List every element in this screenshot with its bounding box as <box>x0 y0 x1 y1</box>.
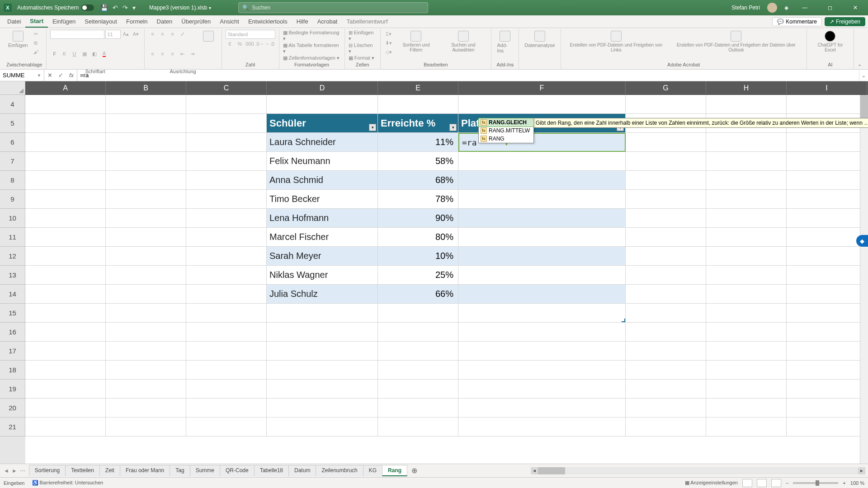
cell-A16[interactable] <box>25 323 106 342</box>
cell-H18[interactable] <box>706 361 787 380</box>
row-header[interactable]: 20 <box>0 399 25 418</box>
cell-H9[interactable] <box>706 190 787 209</box>
cell-B14[interactable] <box>106 285 186 304</box>
cell-F10[interactable] <box>458 209 626 228</box>
formula-autocomplete-popup[interactable]: fxRANG.GLEICHfxRANG.MITTELWfxRANG <box>478 118 534 143</box>
cell-E5[interactable]: Erreichte %▾ <box>378 114 458 133</box>
chatgpt-button[interactable]: ChatGPT for Excel <box>811 30 850 53</box>
sheet-tab-zeit[interactable]: Zeit <box>99 465 120 476</box>
cell-C6[interactable] <box>186 133 267 152</box>
ribbon-tab-ansicht[interactable]: Ansicht <box>215 15 244 28</box>
cell-A8[interactable] <box>25 171 106 190</box>
maximize-button[interactable]: ◻ <box>821 5 839 11</box>
cell-C16[interactable] <box>186 323 267 342</box>
cell-C20[interactable] <box>186 399 267 418</box>
cell-F17[interactable] <box>458 342 626 361</box>
sheet-tab-datum[interactable]: Datum <box>288 465 316 476</box>
cell-B6[interactable] <box>106 133 186 152</box>
cell-C10[interactable] <box>186 209 267 228</box>
ribbon-tab-einfügen[interactable]: Einfügen <box>48 15 80 28</box>
align-left-icon[interactable]: ≡ <box>148 50 157 58</box>
cell-B10[interactable] <box>106 209 186 228</box>
cell-C17[interactable] <box>186 342 267 361</box>
cell-G9[interactable] <box>626 190 706 209</box>
diamond-icon[interactable]: ◈ <box>784 5 788 11</box>
row-header[interactable]: 9 <box>0 190 25 209</box>
sheet-tab-zeilenumbruch[interactable]: Zeilenumbruch <box>316 465 363 476</box>
ribbon-tab-überprüfen[interactable]: Überprüfen <box>177 15 215 28</box>
horizontal-scrollbar[interactable]: ◄► <box>531 467 865 474</box>
comma-icon[interactable]: 000 <box>245 40 255 48</box>
column-header-F[interactable]: F <box>458 81 626 95</box>
cell-B4[interactable] <box>106 95 186 114</box>
cell-G14[interactable] <box>626 285 706 304</box>
vertical-scrollbar[interactable] <box>860 95 868 464</box>
sheet-tab-tag[interactable]: Tag <box>170 465 190 476</box>
cell-F12[interactable] <box>458 247 626 266</box>
cell-F9[interactable] <box>458 190 626 209</box>
cell-C15[interactable] <box>186 304 267 323</box>
filter-button[interactable]: ▾ <box>369 124 376 131</box>
cell-H17[interactable] <box>706 342 787 361</box>
cell-D19[interactable] <box>267 380 378 399</box>
cell-E13[interactable]: 25% <box>378 266 458 285</box>
cell-H21[interactable] <box>706 418 787 436</box>
autocomplete-item[interactable]: fxRANG.MITTELW <box>479 127 533 135</box>
cell-I7[interactable] <box>787 152 867 171</box>
paste-button[interactable]: Einfügen <box>6 30 29 49</box>
increase-font-icon[interactable]: A▴ <box>122 30 131 38</box>
underline-icon[interactable]: U <box>70 50 79 58</box>
cell-I20[interactable] <box>787 399 867 418</box>
autocomplete-item[interactable]: fxRANG <box>479 135 533 143</box>
decrease-font-icon[interactable]: A▾ <box>132 30 141 38</box>
cell-B8[interactable] <box>106 171 186 190</box>
ribbon-tab-formeln[interactable]: Formeln <box>122 15 152 28</box>
cell-A13[interactable] <box>25 266 106 285</box>
cell-A9[interactable] <box>25 190 106 209</box>
page-break-view-icon[interactable] <box>771 479 781 487</box>
cell-G16[interactable] <box>626 323 706 342</box>
cell-G7[interactable] <box>626 152 706 171</box>
chevron-down-icon[interactable]: ▼ <box>37 73 41 78</box>
cell-A5[interactable] <box>25 114 106 133</box>
cut-icon[interactable]: ✂ <box>31 30 40 38</box>
ribbon-tab-daten[interactable]: Daten <box>152 15 177 28</box>
redo-icon[interactable]: ↷ <box>123 4 128 11</box>
cell-H15[interactable] <box>706 304 787 323</box>
ribbon-tab-start[interactable]: Start <box>25 15 48 28</box>
cell-E4[interactable] <box>378 95 458 114</box>
cell-H7[interactable] <box>706 152 787 171</box>
cell-E19[interactable] <box>378 380 458 399</box>
normal-view-icon[interactable] <box>742 479 752 487</box>
cell-D12[interactable]: Sarah Meyer <box>267 247 378 266</box>
sheet-nav-more-icon[interactable]: ⋯ <box>20 468 25 474</box>
ribbon-tab-tabellenentwurf[interactable]: Tabellenentwurf <box>342 15 392 28</box>
cell-I13[interactable] <box>787 266 867 285</box>
qat-more-icon[interactable]: ▾ <box>132 4 136 11</box>
cell-H20[interactable] <box>706 399 787 418</box>
cell-E16[interactable] <box>378 323 458 342</box>
cell-E21[interactable] <box>378 418 458 436</box>
fill-icon[interactable]: ⬇▾ <box>384 39 393 47</box>
cell-I10[interactable] <box>787 209 867 228</box>
align-bot-icon[interactable]: ≡ <box>168 30 177 38</box>
cond-format-button[interactable]: ▦ Bedingte Formatierung ▾ <box>283 30 341 42</box>
row-header[interactable]: 19 <box>0 380 25 399</box>
cell-I8[interactable] <box>787 171 867 190</box>
cell-F4[interactable] <box>458 95 626 114</box>
cell-G10[interactable] <box>626 209 706 228</box>
expand-formula-bar-icon[interactable]: ⌄ <box>859 70 868 81</box>
format-table-button[interactable]: ▦ Als Tabelle formatieren ▾ <box>283 42 341 54</box>
cell-D16[interactable] <box>267 323 378 342</box>
cell-C4[interactable] <box>186 95 267 114</box>
addins-button[interactable]: Add-Ins <box>495 30 515 54</box>
column-header-D[interactable]: D <box>267 81 378 95</box>
sheet-nav-next-icon[interactable]: ► <box>12 468 17 474</box>
sheet-tab-sortierung[interactable]: Sortierung <box>29 465 66 476</box>
autosave-toggle[interactable]: Automatisches Speichern <box>17 5 94 11</box>
dec-decimal-icon[interactable]: ←.0 <box>265 40 274 48</box>
column-header-H[interactable]: H <box>706 81 787 95</box>
cell-E11[interactable]: 80% <box>378 228 458 247</box>
cell-D8[interactable]: Anna Schmid <box>267 171 378 190</box>
cell-D10[interactable]: Lena Hofmann <box>267 209 378 228</box>
